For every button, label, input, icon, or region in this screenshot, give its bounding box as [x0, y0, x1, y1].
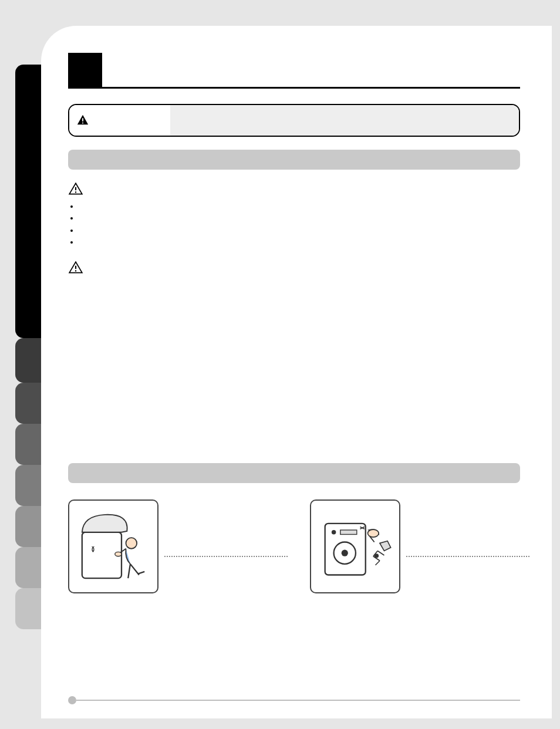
svg-rect-0: [82, 118, 83, 122]
warning-triangle-outline-icon: [68, 181, 83, 197]
svg-rect-5: [75, 270, 76, 271]
svg-point-12: [332, 530, 336, 534]
bullet-item: [79, 224, 520, 236]
svg-point-15: [375, 554, 379, 558]
subsection-bar-1: [68, 150, 520, 170]
warning-block-1: [68, 181, 520, 248]
warning-description: [170, 105, 519, 136]
content-area: [68, 53, 520, 597]
tab-4[interactable]: [15, 424, 41, 465]
tab-6[interactable]: [15, 506, 41, 547]
side-tabs: [15, 65, 41, 629]
bullet-item: [79, 200, 520, 212]
illustration-block-1: [68, 500, 288, 593]
svg-point-7: [126, 538, 137, 549]
svg-rect-3: [75, 191, 76, 193]
subsection-bar-2: [68, 463, 520, 483]
warning-block-2: [68, 260, 520, 275]
section-header: [68, 53, 520, 89]
bullet-item: [79, 236, 520, 248]
warning-triangle-outline-icon: [68, 260, 83, 275]
warning-callout: [68, 104, 520, 137]
tab-1[interactable]: [15, 65, 41, 338]
tab-2[interactable]: [15, 338, 41, 383]
svg-rect-1: [82, 123, 83, 124]
warning-triangle-solid-icon: [76, 114, 89, 127]
header-title: [102, 53, 520, 87]
illustration-block-2: [310, 500, 529, 593]
svg-rect-13: [340, 530, 357, 534]
svg-point-8: [115, 552, 122, 556]
svg-point-11: [342, 549, 348, 556]
illustration-row: [68, 500, 520, 597]
tab-7[interactable]: [15, 547, 41, 588]
footer-dot-icon: [68, 696, 76, 704]
bullet-item: [79, 212, 520, 224]
illustration-2: [310, 500, 400, 593]
footer-line: [76, 700, 520, 701]
warning-left: [69, 105, 170, 136]
illustration-1: [68, 500, 158, 593]
footer-rule: [68, 696, 520, 704]
svg-rect-4: [75, 265, 76, 268]
svg-rect-2: [75, 187, 76, 190]
dotted-leader: [406, 555, 529, 557]
svg-point-14: [367, 529, 379, 537]
tab-8[interactable]: [15, 588, 41, 629]
header-square-icon: [68, 53, 102, 87]
dotted-leader: [164, 555, 288, 557]
bullet-list: [79, 200, 520, 248]
tab-3[interactable]: [15, 383, 41, 424]
tab-5[interactable]: [15, 465, 41, 506]
